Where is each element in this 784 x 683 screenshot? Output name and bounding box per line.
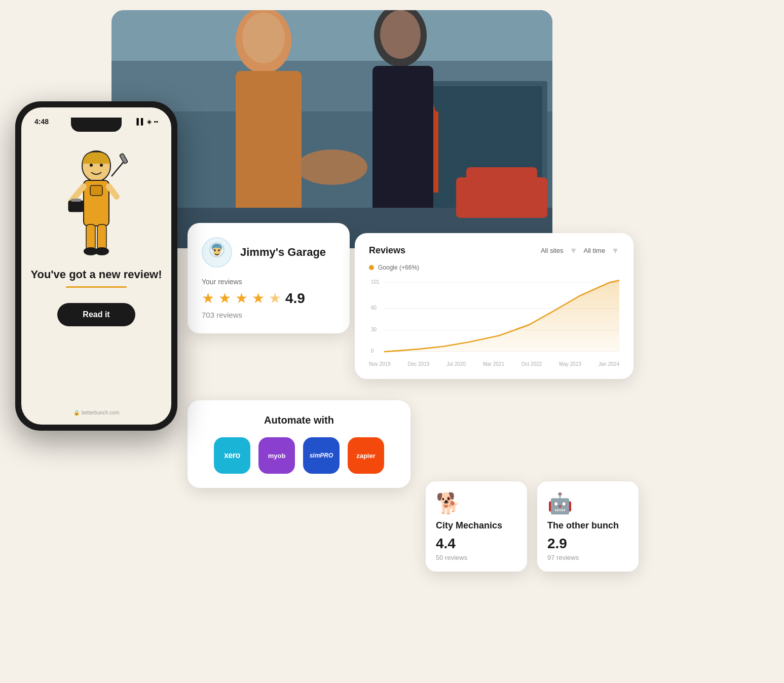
- x-label-5: Oct 2022: [521, 361, 542, 367]
- svg-rect-16: [466, 167, 537, 187]
- legend-label-google: Google (+66%): [378, 264, 419, 271]
- logos-row: xero myob simPRO zapier: [204, 437, 394, 474]
- phone-new-review-message: You've got a new review!: [30, 268, 162, 282]
- analytics-header: Reviews All sites ▼ All time ▼: [369, 245, 619, 256]
- svg-point-12: [380, 10, 421, 59]
- phone-screen: 4:48 ▌▌ ◈ ▪▪: [21, 107, 171, 425]
- svg-rect-29: [97, 224, 106, 250]
- x-label-6: May 2023: [559, 361, 581, 367]
- analytics-title: Reviews: [369, 245, 405, 256]
- phone-signal-icons: ▌▌ ◈ ▪▪: [136, 118, 158, 125]
- svg-rect-8: [236, 71, 302, 213]
- business-avatar: [202, 237, 232, 268]
- reviews-card: Jimmy's Garage Your reviews ★ ★ ★ ★ ★ 4.…: [188, 223, 350, 333]
- svg-point-18: [90, 164, 93, 167]
- phone-footer-url: 🔒 betterbunch.com: [73, 410, 120, 415]
- hero-photo: [111, 10, 552, 248]
- x-label-4: Mar 2021: [483, 361, 504, 367]
- xero-logo: xero: [214, 437, 250, 474]
- analytics-legend: Google (+66%): [369, 264, 619, 271]
- competitor-other-card: 🤖 The other bunch 2.9 97 reviews: [537, 481, 639, 572]
- rating-number: 4.9: [285, 290, 305, 307]
- chart-x-labels: Nov 2019 Dec 2019 Jul 2020 Mar 2021 Oct …: [369, 361, 619, 367]
- city-mechanics-reviews: 50 reviews: [436, 554, 517, 561]
- automate-title: Automate with: [204, 414, 394, 426]
- svg-rect-26: [68, 201, 84, 212]
- business-header: Jimmy's Garage: [202, 237, 335, 268]
- phone-illustration: [56, 146, 137, 257]
- svg-text:30: 30: [371, 326, 377, 332]
- phone-mockup: 4:48 ▌▌ ◈ ▪▪: [15, 101, 177, 431]
- star-1: ★: [202, 290, 214, 307]
- analytics-card: Reviews All sites ▼ All time ▼ Google (+…: [355, 233, 633, 379]
- legend-dot-google: [369, 265, 374, 270]
- svg-text:101: 101: [371, 279, 380, 284]
- svg-point-19: [100, 164, 103, 167]
- star-5-half: ★: [269, 290, 281, 307]
- filter-time-button[interactable]: All time: [584, 246, 606, 255]
- myob-logo: myob: [258, 437, 295, 474]
- x-label-1: Nov 2019: [369, 361, 391, 367]
- other-bunch-icon: 🤖: [547, 491, 628, 515]
- other-bunch-reviews: 97 reviews: [547, 554, 628, 561]
- city-mechanics-rating: 4.4: [436, 536, 517, 552]
- stars-row: ★ ★ ★ ★ ★ 4.9: [202, 290, 335, 307]
- svg-text:60: 60: [371, 305, 377, 311]
- star-3: ★: [235, 290, 248, 307]
- business-name: Jimmy's Garage: [240, 246, 326, 259]
- svg-line-25: [109, 186, 117, 197]
- svg-rect-11: [372, 66, 433, 213]
- competitor-city-card: 🐕 City Mechanics 4.4 50 reviews: [426, 481, 527, 572]
- analytics-filters: All sites ▼ All time ▼: [541, 246, 619, 255]
- svg-point-31: [95, 247, 109, 255]
- svg-line-20: [111, 161, 124, 176]
- x-label-3: Jul 2020: [446, 361, 466, 367]
- svg-text:0: 0: [371, 348, 374, 354]
- city-mechanics-name: City Mechanics: [436, 520, 517, 532]
- automate-card: Automate with xero myob simPRO zapier: [188, 400, 410, 488]
- star-4: ★: [252, 290, 265, 307]
- x-label-7: Jan 2024: [599, 361, 619, 367]
- svg-point-36: [218, 249, 220, 251]
- other-bunch-name: The other bunch: [547, 520, 628, 532]
- your-reviews-label: Your reviews: [202, 278, 335, 286]
- phone-notch: [71, 118, 122, 132]
- filter-sites-button[interactable]: All sites: [541, 246, 564, 255]
- svg-point-13: [296, 149, 367, 185]
- other-bunch-rating: 2.9: [547, 536, 628, 552]
- svg-rect-23: [90, 185, 102, 196]
- star-2: ★: [218, 290, 231, 307]
- phone-time: 4:48: [34, 118, 49, 126]
- svg-rect-28: [86, 224, 95, 250]
- phone-underline-decoration: [66, 286, 127, 288]
- svg-rect-27: [71, 199, 81, 202]
- review-count: 703 reviews: [202, 311, 335, 319]
- zapier-logo: zapier: [348, 437, 384, 474]
- svg-rect-21: [120, 153, 128, 164]
- svg-point-9: [242, 13, 285, 63]
- chart-area: 101 60 30 0: [369, 277, 619, 358]
- simpro-logo: simPRO: [303, 437, 340, 474]
- read-it-button[interactable]: Read it: [57, 303, 135, 326]
- x-label-2: Dec 2019: [408, 361, 430, 367]
- city-mechanics-icon: 🐕: [436, 491, 517, 515]
- svg-point-35: [214, 249, 216, 251]
